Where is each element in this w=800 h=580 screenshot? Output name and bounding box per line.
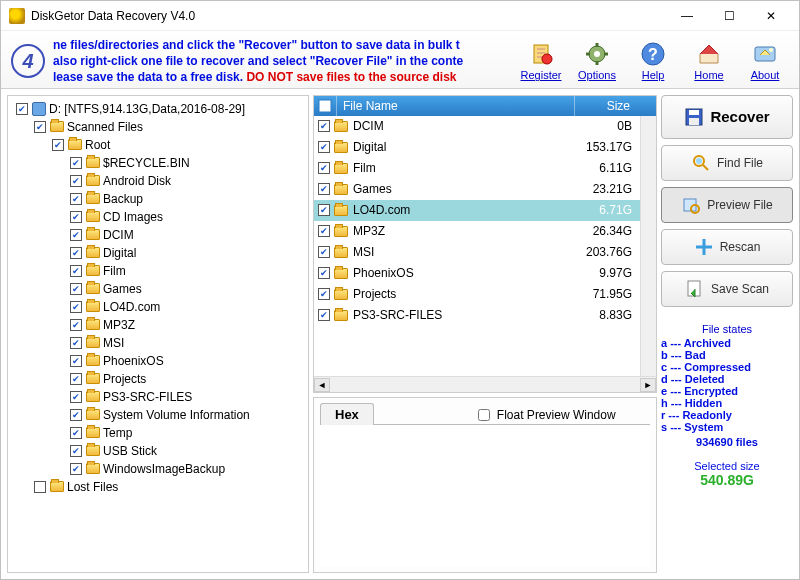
header-checkbox-icon[interactable]: [314, 96, 336, 116]
tree-checkbox[interactable]: [16, 103, 28, 115]
tree-checkbox[interactable]: [70, 355, 82, 367]
tree-node[interactable]: USB Stick: [14, 442, 302, 460]
folder-icon: [86, 229, 100, 240]
tree-node[interactable]: System Volume Information: [14, 406, 302, 424]
tree-node[interactable]: MP3Z: [14, 316, 302, 334]
close-button[interactable]: ✕: [751, 2, 791, 30]
save-scan-button[interactable]: Save Scan: [661, 271, 793, 307]
tree-checkbox[interactable]: [52, 139, 64, 151]
home-button[interactable]: Home: [685, 41, 733, 81]
file-list-body[interactable]: DCIM0BDigital153.17GFilm6.11GGames23.21G…: [314, 116, 640, 376]
row-checkbox[interactable]: [318, 246, 330, 258]
scroll-right-icon[interactable]: ►: [640, 378, 656, 392]
tree-node[interactable]: Android Disk: [14, 172, 302, 190]
tree-node[interactable]: $RECYCLE.BIN: [14, 154, 302, 172]
tree-checkbox[interactable]: [70, 193, 82, 205]
tree-checkbox[interactable]: [70, 409, 82, 421]
row-checkbox[interactable]: [318, 267, 330, 279]
tree-checkbox[interactable]: [70, 337, 82, 349]
file-row[interactable]: DCIM0B: [314, 116, 640, 137]
column-file-name[interactable]: File Name: [336, 96, 574, 116]
tree-node[interactable]: Games: [14, 280, 302, 298]
tree-checkbox[interactable]: [34, 121, 46, 133]
file-row[interactable]: PS3-SRC-FILES8.83G: [314, 305, 640, 326]
file-row[interactable]: PhoenixOS9.97G: [314, 263, 640, 284]
register-button[interactable]: Register: [517, 41, 565, 81]
state-item: b --- Bad: [661, 349, 793, 361]
find-file-button[interactable]: Find File: [661, 145, 793, 181]
recover-button[interactable]: Recover: [661, 95, 793, 139]
column-size[interactable]: Size: [574, 96, 640, 116]
tree-checkbox[interactable]: [34, 481, 46, 493]
options-button[interactable]: Options: [573, 41, 621, 81]
folder-icon: [86, 355, 100, 366]
file-row[interactable]: MSI203.76G: [314, 242, 640, 263]
tree-node[interactable]: Film: [14, 262, 302, 280]
row-checkbox[interactable]: [318, 204, 330, 216]
file-row[interactable]: Games23.21G: [314, 179, 640, 200]
scroll-up-icon[interactable]: [640, 96, 656, 116]
file-row[interactable]: Digital153.17G: [314, 137, 640, 158]
tree-node[interactable]: DCIM: [14, 226, 302, 244]
minimize-button[interactable]: —: [667, 2, 707, 30]
float-preview-input[interactable]: [478, 409, 490, 421]
tree-node[interactable]: Projects: [14, 370, 302, 388]
hex-tab[interactable]: Hex: [320, 403, 374, 425]
tree-node[interactable]: Lost Files: [14, 478, 302, 496]
tree-checkbox[interactable]: [70, 445, 82, 457]
tree-node[interactable]: PS3-SRC-FILES: [14, 388, 302, 406]
file-row[interactable]: Film6.11G: [314, 158, 640, 179]
tree-checkbox[interactable]: [70, 373, 82, 385]
file-row[interactable]: LO4D.com6.71G: [314, 200, 640, 221]
tree-node[interactable]: WindowsImageBackup: [14, 460, 302, 478]
tree-checkbox[interactable]: [70, 301, 82, 313]
vertical-scrollbar[interactable]: [640, 116, 656, 376]
tree-node[interactable]: Digital: [14, 244, 302, 262]
rescan-button[interactable]: Rescan: [661, 229, 793, 265]
file-row[interactable]: MP3Z26.34G: [314, 221, 640, 242]
tree-node[interactable]: MSI: [14, 334, 302, 352]
row-checkbox[interactable]: [318, 141, 330, 153]
file-row[interactable]: Projects71.95G: [314, 284, 640, 305]
scroll-left-icon[interactable]: ◄: [314, 378, 330, 392]
tree-checkbox[interactable]: [70, 211, 82, 223]
tree-node[interactable]: Scanned Files: [14, 118, 302, 136]
float-preview-checkbox[interactable]: Float Preview Window: [474, 406, 616, 424]
about-button[interactable]: About: [741, 41, 789, 81]
tree-node[interactable]: PhoenixOS: [14, 352, 302, 370]
tree-label: DCIM: [103, 228, 134, 242]
help-button[interactable]: ? Help: [629, 41, 677, 81]
tree-node[interactable]: Root: [14, 136, 302, 154]
folder-icon: [86, 337, 100, 348]
help-icon: ?: [640, 41, 666, 67]
tree-checkbox[interactable]: [70, 283, 82, 295]
row-checkbox[interactable]: [318, 225, 330, 237]
tree-checkbox[interactable]: [70, 229, 82, 241]
tree-checkbox[interactable]: [70, 175, 82, 187]
row-checkbox[interactable]: [318, 309, 330, 321]
file-size: 9.97G: [574, 266, 640, 280]
folder-icon: [334, 268, 348, 279]
tree-node[interactable]: Temp: [14, 424, 302, 442]
maximize-button[interactable]: ☐: [709, 2, 749, 30]
horizontal-scrollbar[interactable]: ◄ ►: [314, 376, 656, 392]
tree-checkbox[interactable]: [70, 427, 82, 439]
tree-panel[interactable]: D: [NTFS,914.13G,Data,2016-08-29]Scanned…: [7, 95, 309, 573]
right-panel: Recover Find File Preview File Rescan Sa…: [661, 95, 793, 573]
preview-file-button[interactable]: Preview File: [661, 187, 793, 223]
tree-checkbox[interactable]: [70, 247, 82, 259]
tree-checkbox[interactable]: [70, 265, 82, 277]
tree-node[interactable]: D: [NTFS,914.13G,Data,2016-08-29]: [14, 100, 302, 118]
tree-node[interactable]: LO4D.com: [14, 298, 302, 316]
row-checkbox[interactable]: [318, 120, 330, 132]
help-label: Help: [642, 69, 665, 81]
tree-checkbox[interactable]: [70, 391, 82, 403]
tree-checkbox[interactable]: [70, 463, 82, 475]
tree-node[interactable]: Backup: [14, 190, 302, 208]
row-checkbox[interactable]: [318, 162, 330, 174]
row-checkbox[interactable]: [318, 288, 330, 300]
tree-node[interactable]: CD Images: [14, 208, 302, 226]
tree-checkbox[interactable]: [70, 157, 82, 169]
tree-checkbox[interactable]: [70, 319, 82, 331]
row-checkbox[interactable]: [318, 183, 330, 195]
